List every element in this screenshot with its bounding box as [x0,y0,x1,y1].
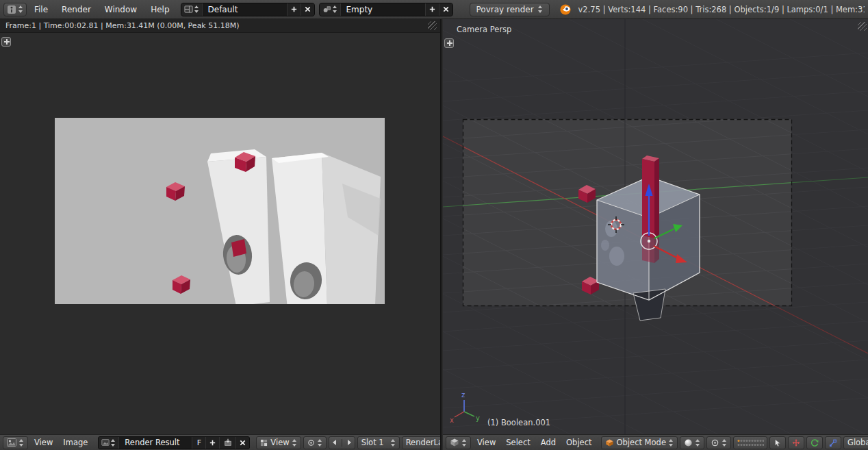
chevron-updown-icon [18,5,23,13]
editor-type-selector-image[interactable] [3,436,28,449]
axis-x-label: x [450,416,454,424]
render-engine-dropdown[interactable]: Povray render [470,3,550,16]
chevron-updown-icon [722,439,727,447]
scene-statistics: v2.75 | Verts:144 | Faces:90 | Tris:268 … [573,5,865,14]
scene-name[interactable]: Empty [341,3,425,16]
render-layer-value: RenderLay [406,438,440,447]
chevron-updown-icon [318,439,322,447]
plus-icon [209,439,216,447]
manipulator-toggle-button[interactable] [769,436,786,449]
delete-scene-button[interactable] [439,3,452,16]
menu-image[interactable]: Image [59,436,92,449]
pivot-point-icon [711,438,719,447]
delete-screen-layout-button[interactable] [301,3,314,16]
top-header: File Render Window Help Default [0,0,868,19]
display-channels-dropdown[interactable]: View [256,436,301,449]
menu-view3d[interactable]: View [473,436,500,449]
pivot-point-dropdown[interactable] [706,436,731,449]
uv-image-editor: Frame:1 | Time:00:02.81 | Mem:31.41M (0.… [0,19,442,450]
menu-help[interactable]: Help [144,3,175,16]
menu-window[interactable]: Window [99,3,143,16]
chevron-updown-icon [19,439,24,447]
info-editor-icon [7,5,16,14]
new-image-button[interactable] [205,437,219,449]
shading-sphere-icon [684,438,693,447]
add-scene-button[interactable] [425,3,439,16]
close-icon [304,5,311,13]
divider [342,439,342,447]
viewport-3d: z y x Camera Persp (1) Boolean.001 View … [443,19,868,450]
layers-widget[interactable] [733,436,767,449]
region-expand-button[interactable] [444,38,454,48]
next-slot-icon[interactable] [348,440,351,445]
display-channels-value: View [270,438,289,447]
image-editor-canvas[interactable] [0,33,440,434]
editor-type-selector-3d[interactable] [446,436,471,449]
render-stats-text: Frame:1 | Time:00:02.81 | Mem:31.41M (0.… [5,21,240,30]
mode-value: Object Mode [617,438,666,447]
pack-icon [224,438,232,447]
rotate-icon [810,438,819,447]
image-editor-header: View Image Render Result F [0,434,440,450]
close-icon [442,5,450,13]
area-resize-grip[interactable] [858,22,867,31]
region-expand-button[interactable] [1,37,11,47]
chevron-updown-icon [333,5,337,13]
view3d-editor-icon [450,438,459,447]
fake-user-button[interactable]: F [192,437,205,449]
view3d-header: View Select Add Object Object Mode [443,434,868,450]
slot-nav-buttons [329,436,355,449]
pivot-icon [307,439,315,447]
chevron-updown-icon [391,439,396,447]
menu-object[interactable]: Object [562,436,596,449]
image-pin-dropdown[interactable] [303,436,327,449]
scale-icon [829,438,837,447]
viewport-canvas[interactable]: z y x [443,19,868,434]
render-layer-dropdown[interactable]: RenderLay [402,436,440,449]
display-channels-icon [260,439,268,447]
screen-layout-browse-button[interactable] [181,3,203,16]
editor-type-selector-info[interactable] [3,3,27,16]
plus-icon [290,5,298,13]
menu-file[interactable]: File [28,3,54,16]
viewport-shading-dropdown[interactable] [680,436,704,449]
menu-select[interactable]: Select [502,436,534,449]
menu-add[interactable]: Add [537,436,560,449]
view-name-label: Camera Persp [457,25,511,34]
slot-dropdown[interactable]: Slot 1 [357,436,400,449]
area-resize-grip[interactable] [428,21,437,30]
screen-layout-datablock: Default [181,3,315,16]
unlink-image-button[interactable] [235,437,249,449]
add-screen-layout-button[interactable] [287,3,301,16]
screen-layout-name[interactable]: Default [203,3,287,16]
chevron-updown-icon [111,439,116,447]
axis-z-label: z [461,391,465,399]
chevron-updown-icon [194,5,199,13]
chevron-updown-icon [462,439,467,447]
slot-value: Slot 1 [361,438,388,447]
render-result-image [55,118,385,304]
rotate-manipulator-button[interactable] [806,436,823,449]
menu-view[interactable]: View [30,436,57,449]
scale-manipulator-button[interactable] [825,436,841,449]
screen-layout-icon [184,5,193,14]
chevron-updown-icon [538,5,543,13]
pack-image-button[interactable] [219,437,235,449]
image-name[interactable]: Render Result [119,437,192,449]
transform-orientation-dropdown[interactable]: Global [843,436,868,449]
scene-browse-button[interactable] [320,3,341,16]
translate-manipulator-button[interactable] [788,436,804,449]
axis-y-label: y [476,414,480,422]
render-stats-bar: Frame:1 | Time:00:02.81 | Mem:31.41M (0.… [0,19,440,33]
blender-window: File Render Window Help Default [0,0,868,450]
image-browse-button[interactable] [99,437,119,449]
menu-render[interactable]: Render [55,3,97,16]
mode-dropdown[interactable]: Object Mode [601,436,678,449]
image-editor-icon [7,438,16,447]
previous-slot-icon[interactable] [333,440,336,445]
render-engine-value: Povray render [476,5,534,14]
chevron-updown-icon [695,439,700,447]
translate-icon [792,438,800,447]
plus-icon [429,5,436,13]
orientation-value: Global [847,438,868,447]
